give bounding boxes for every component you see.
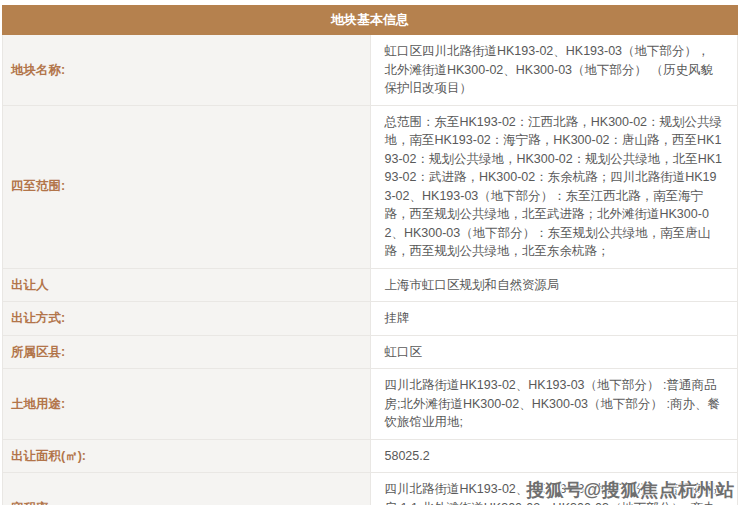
row-label: 四至范围:	[3, 105, 371, 268]
row-value: 虹口区	[370, 335, 738, 369]
row-value: 上海市虹口区规划和自然资源局	[370, 268, 738, 302]
table-row: 出让人上海市虹口区规划和自然资源局	[3, 268, 738, 302]
row-value: 虹口区四川北路街道HK193-02、HK193-03（地下部分）， 北外滩街道H…	[370, 35, 738, 106]
table-body: 地块名称:虹口区四川北路街道HK193-02、HK193-03（地下部分）， 北…	[3, 35, 738, 505]
table-row: 出让方式:挂牌	[3, 302, 738, 336]
table-row: 出让面积(㎡):58025.2	[3, 439, 738, 473]
row-label: 地块名称:	[3, 35, 371, 106]
plot-info-table: 地块基本信息 地块名称:虹口区四川北路街道HK193-02、HK193-03（地…	[2, 5, 738, 505]
row-label: 容积率:	[3, 473, 371, 505]
watermark: 搜狐号@搜狐焦点杭州站	[526, 478, 735, 502]
table-row: 所属区县:虹口区	[3, 335, 738, 369]
row-value: 总范围：东至HK193-02：江西北路，HK300-02：规划公共绿地，南至HK…	[370, 105, 738, 268]
row-label: 所属区县:	[3, 335, 371, 369]
table-row: 土地用途:四川北路街道HK193-02、HK193-03（地下部分） :普通商品…	[3, 369, 738, 440]
row-value: 58025.2	[370, 439, 738, 473]
row-label: 出让方式:	[3, 302, 371, 336]
row-label: 土地用途:	[3, 369, 371, 440]
table-row: 四至范围:总范围：东至HK193-02：江西北路，HK300-02：规划公共绿地…	[3, 105, 738, 268]
row-value: 四川北路街道HK193-02、HK193-03（地下部分） :普通商品房;北外滩…	[370, 369, 738, 440]
row-value: 挂牌	[370, 302, 738, 336]
page: 地块基本信息 地块名称:虹口区四川北路街道HK193-02、HK193-03（地…	[0, 0, 740, 505]
row-label: 出让面积(㎡):	[3, 439, 371, 473]
table-row: 地块名称:虹口区四川北路街道HK193-02、HK193-03（地下部分）， 北…	[3, 35, 738, 106]
table-title: 地块基本信息	[3, 6, 738, 35]
row-label: 出让人	[3, 268, 371, 302]
table-header-row: 地块基本信息	[3, 6, 738, 35]
